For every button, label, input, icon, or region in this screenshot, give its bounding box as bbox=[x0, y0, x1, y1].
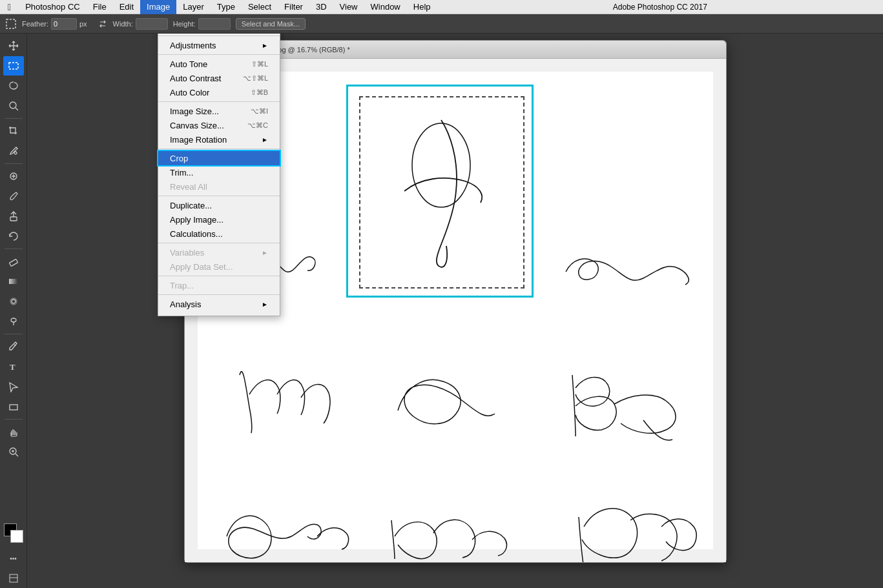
feather-label: Feather: bbox=[22, 20, 48, 28]
svg-point-3 bbox=[14, 152, 17, 154]
color-swatches[interactable] bbox=[4, 523, 23, 543]
menu-section-2: Auto Tone ⇧⌘L Auto Contrast ⌥⇧⌘L Auto Co… bbox=[158, 55, 280, 102]
feather-input[interactable] bbox=[51, 18, 77, 30]
signature-8 bbox=[379, 501, 514, 562]
svg-text:T: T bbox=[10, 362, 16, 372]
menu-image[interactable]: Image bbox=[140, 0, 176, 14]
rect-select-icon bbox=[5, 18, 17, 30]
menu-item-duplicate[interactable]: Duplicate... bbox=[158, 198, 280, 212]
tool-blur[interactable] bbox=[3, 292, 24, 311]
background-color[interactable] bbox=[10, 530, 23, 543]
menu-type[interactable]: Type bbox=[211, 0, 242, 14]
svg-point-10 bbox=[11, 318, 16, 322]
menu-item-reveal-all: Reveal All bbox=[158, 179, 280, 194]
tool-brush[interactable] bbox=[3, 187, 24, 206]
signature-4 bbox=[227, 356, 349, 440]
height-option: Height: bbox=[173, 18, 231, 30]
menu-section-4: Crop Trim... Reveal All bbox=[158, 149, 280, 196]
menu-filter[interactable]: Filter bbox=[278, 0, 309, 14]
tool-dodge[interactable] bbox=[3, 312, 24, 331]
menu-section-7: Trap... bbox=[158, 276, 280, 295]
divider-5 bbox=[5, 419, 23, 420]
tool-crop[interactable] bbox=[3, 121, 24, 141]
menu-section-6: Variables ► Apply Data Set... bbox=[158, 243, 280, 276]
signature-9 bbox=[566, 491, 708, 562]
menu-window[interactable]: Window bbox=[364, 0, 407, 14]
main-layout: T ••• bbox=[0, 34, 883, 588]
svg-rect-0 bbox=[6, 19, 16, 28]
svg-rect-6 bbox=[9, 259, 17, 266]
svg-point-2 bbox=[10, 102, 16, 108]
tool-marquee[interactable] bbox=[3, 56, 24, 76]
menu-item-auto-color[interactable]: Auto Color ⇧⌘B bbox=[158, 85, 280, 99]
options-bar: Feather: px Width: Height: Select and Ma… bbox=[0, 14, 883, 34]
menu-item-crop[interactable]: Crop bbox=[158, 151, 280, 165]
menu-item-calculations[interactable]: Calculations... bbox=[158, 227, 280, 241]
tool-path-select[interactable] bbox=[3, 377, 24, 396]
menu-item-auto-contrast[interactable]: Auto Contrast ⌥⇧⌘L bbox=[158, 71, 280, 85]
tool-eyedropper[interactable] bbox=[3, 141, 24, 161]
feather-unit: px bbox=[79, 20, 87, 28]
menu-3d[interactable]: 3D bbox=[309, 0, 333, 14]
menu-item-trim[interactable]: Trim... bbox=[158, 165, 280, 179]
feather-option: Feather: px bbox=[22, 18, 87, 30]
apple-icon[interactable]:  bbox=[0, 2, 19, 12]
menu-item-apply-image[interactable]: Apply Image... bbox=[158, 212, 280, 227]
tool-eraser[interactable] bbox=[3, 252, 24, 271]
signature-5 bbox=[379, 362, 508, 433]
width-input[interactable] bbox=[136, 18, 168, 30]
svg-line-15 bbox=[16, 454, 18, 456]
tool-lasso[interactable] bbox=[3, 76, 24, 96]
menu-item-trap: Trap... bbox=[158, 278, 280, 292]
divider-4 bbox=[5, 334, 23, 334]
menu-view[interactable]: View bbox=[333, 0, 364, 14]
tool-history-brush[interactable] bbox=[3, 227, 24, 246]
image-dropdown-menu: Mode ► Adjustments ► Auto Tone ⇧⌘L Auto … bbox=[158, 34, 280, 316]
menu-help[interactable]: Help bbox=[407, 0, 437, 14]
tool-quick-select[interactable] bbox=[3, 96, 24, 116]
menu-section-8: Analysis ► bbox=[158, 295, 280, 313]
height-input[interactable] bbox=[198, 18, 231, 30]
menu-item-apply-data-set: Apply Data Set... bbox=[158, 259, 280, 274]
menu-item-image-rotation[interactable]: Image Rotation ► bbox=[158, 132, 280, 147]
height-label: Height: bbox=[173, 20, 196, 28]
divider-1 bbox=[5, 118, 23, 119]
menu-item-canvas-size[interactable]: Canvas Size... ⌥⌘C bbox=[158, 118, 280, 132]
left-toolbar: T ••• bbox=[0, 34, 27, 588]
tool-move[interactable] bbox=[3, 36, 24, 56]
menu-item-adjustments[interactable]: Adjustments ► bbox=[158, 38, 280, 52]
menu-select[interactable]: Select bbox=[242, 0, 278, 14]
tool-healing[interactable] bbox=[3, 167, 24, 186]
tool-gradient[interactable] bbox=[3, 272, 24, 291]
tool-hand[interactable] bbox=[3, 422, 24, 441]
menu-photoshop[interactable]: Photoshop CC bbox=[19, 0, 87, 14]
menu-layer[interactable]: Layer bbox=[176, 0, 211, 14]
tool-more[interactable]: ••• bbox=[3, 549, 24, 568]
menu-item-analysis[interactable]: Analysis ► bbox=[158, 297, 280, 311]
swap-icon bbox=[98, 19, 108, 29]
menu-edit[interactable]: Edit bbox=[113, 0, 140, 14]
menu-item-image-size[interactable]: Image Size... ⌥⌘I bbox=[158, 104, 280, 118]
menu-section-1: Adjustments ► bbox=[158, 36, 280, 55]
tool-bottom[interactable] bbox=[3, 569, 24, 588]
menu-item-variables: Variables ► bbox=[158, 245, 280, 259]
divider-2 bbox=[5, 163, 23, 164]
app-title: Adobe Photoshop CC 2017 bbox=[437, 3, 883, 12]
mac-menubar:  Photoshop CC File Edit Image Layer Typ… bbox=[0, 0, 883, 14]
svg-rect-7 bbox=[9, 279, 18, 284]
tool-zoom[interactable] bbox=[3, 442, 24, 461]
divider-3 bbox=[5, 248, 23, 249]
tool-clone-stamp[interactable] bbox=[3, 207, 24, 226]
tool-pen[interactable] bbox=[3, 337, 24, 356]
menu-file[interactable]: File bbox=[87, 0, 113, 14]
tool-shape[interactable] bbox=[3, 397, 24, 416]
swap-icon-container bbox=[98, 19, 108, 29]
canvas-area: 4. 731423419.jpg @ 16.7% (RGB/8) * bbox=[27, 34, 883, 588]
svg-rect-1 bbox=[9, 63, 18, 69]
dashed-crop-box bbox=[359, 96, 525, 289]
select-mask-button[interactable]: Select and Mask... bbox=[236, 18, 306, 30]
tool-type[interactable]: T bbox=[3, 357, 24, 376]
menu-item-auto-tone[interactable]: Auto Tone ⇧⌘L bbox=[158, 57, 280, 71]
width-label: Width: bbox=[113, 20, 133, 28]
svg-rect-18 bbox=[10, 574, 17, 582]
